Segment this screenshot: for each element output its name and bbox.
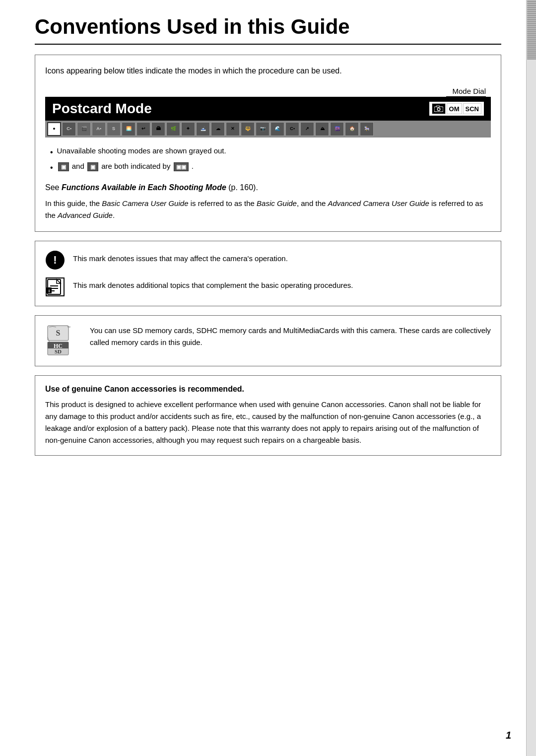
- inline-icon-3: ▣▣: [174, 162, 189, 171]
- canon-title: Use of genuine Canon accessories is reco…: [45, 385, 491, 394]
- bullet-item-2: • ▣ and ▣ are both indicated by ▣▣ .: [50, 161, 491, 174]
- warning-icon-container: !: [45, 250, 65, 270]
- svg-text:™: ™: [67, 326, 70, 329]
- strip-icon-8: 🏔: [151, 122, 165, 136]
- see-label: See: [45, 183, 62, 192]
- functions-title: Functions Available in Each Shooting Mod…: [62, 183, 226, 192]
- svg-text:i: i: [49, 288, 50, 293]
- svg-point-2: [438, 108, 440, 110]
- page-number: 1: [506, 730, 511, 741]
- strip-icon-3: 🎬: [77, 122, 91, 136]
- marks-box: ! This mark denotes issues that may affe…: [35, 241, 501, 306]
- strip-icon-14: 🔱: [241, 122, 255, 136]
- sd-logo: S ™ HC SD: [45, 325, 80, 357]
- strip-icon-21: 🏠: [345, 122, 359, 136]
- strip-icon-22: 🎠: [360, 122, 374, 136]
- warning-icon: !: [46, 251, 65, 270]
- basic-guide-ref-1: Basic Camera User Guide: [102, 199, 188, 207]
- strip-icon-12: ☁: [211, 122, 225, 136]
- om-mode-icon: OM: [447, 103, 462, 114]
- page-ref: (p. 160).: [226, 183, 258, 192]
- warning-mark-row: ! This mark denotes issues that may affe…: [45, 250, 491, 270]
- strip-icon-17: C▪: [285, 122, 299, 136]
- strip-icon-19: ⛰: [315, 122, 329, 136]
- warning-mark-text: This mark denotes issues that may affect…: [73, 250, 288, 265]
- canon-box: Use of genuine Canon accessories is reco…: [35, 375, 501, 456]
- intro-text: Icons appearing below titles indicate th…: [45, 65, 491, 77]
- strip-icon-16: 🌊: [270, 122, 284, 136]
- see-functions-text: See Functions Available in Each Shooting…: [45, 182, 491, 194]
- strip-icon-7: ↩: [136, 122, 150, 136]
- canon-body: This product is designed to achieve exce…: [45, 399, 491, 446]
- indicated-text: are both indicated by: [101, 162, 172, 170]
- icon-strip: ● C▪ 🎬 A▪ S 🌅 ↩ 🏔 🌿 ✦ 🗻 ☁ ✕ 🔱 📷 🌊 C▪ ↗ ⛰…: [45, 121, 491, 137]
- scrollbar-thumb[interactable]: [527, 0, 536, 60]
- strip-icon-15: 📷: [256, 122, 269, 136]
- strip-icon-10: ✦: [181, 122, 195, 136]
- strip-icon-4: A▪: [92, 122, 106, 136]
- svg-text:S: S: [56, 329, 61, 337]
- strip-icon-18: ↗: [300, 122, 314, 136]
- advanced-guide-ref-2: Advanced Guide: [58, 211, 113, 219]
- scn-mode-icon: SCN: [463, 103, 481, 114]
- inline-icon-1: ▣: [58, 162, 69, 171]
- strip-icon-5: S: [107, 122, 121, 136]
- info-mark-row: i This mark denotes additional topics th…: [45, 277, 491, 297]
- sd-text: You can use SD memory cards, SDHC memory…: [90, 325, 491, 348]
- info-icon: i: [46, 277, 65, 296]
- bullet-dot-2: •: [50, 162, 53, 174]
- strip-icon-11: 🗻: [196, 122, 210, 136]
- conventions-box: Icons appearing below titles indicate th…: [35, 55, 501, 232]
- scrollbar[interactable]: [526, 0, 536, 756]
- strip-icon-1: ●: [47, 122, 61, 136]
- advanced-guide-ref-1: Advanced Camera User Guide: [328, 199, 429, 207]
- mode-dial-label: Mode Dial: [45, 87, 486, 95]
- basic-guide-ref-2: Basic Guide: [257, 199, 297, 207]
- bullet-text-2: ▣ and ▣ are both indicated by ▣▣ .: [57, 161, 194, 172]
- bullet-list: • Unavailable shooting modes are shown g…: [45, 145, 491, 174]
- strip-icon-20: 🌆: [330, 122, 344, 136]
- camera-mode-icon: [432, 103, 446, 114]
- sd-card-box: S ™ HC SD You can use SD memory cards, S…: [35, 315, 501, 366]
- postcard-mode-bar: Postcard Mode OM SCN: [45, 97, 491, 121]
- guide-ref-text: In this guide, the Basic Camera User Gui…: [45, 198, 491, 221]
- inline-icon-2: ▣: [87, 162, 98, 171]
- strip-icon-6: 🌅: [122, 122, 135, 136]
- info-mark-text: This mark denotes additional topics that…: [73, 277, 353, 291]
- svg-rect-3: [437, 105, 439, 107]
- info-icon-container: i: [45, 277, 65, 297]
- and-text: and: [72, 162, 86, 170]
- bullet-dot-1: •: [50, 146, 53, 158]
- strip-icon-2: C▪: [62, 122, 76, 136]
- strip-icon-9: 🌿: [166, 122, 180, 136]
- svg-text:SD: SD: [55, 348, 62, 354]
- bullet-text-1: Unavailable shooting modes are shown gra…: [57, 145, 226, 157]
- postcard-mode-title: Postcard Mode: [52, 101, 152, 117]
- bullet-item-1: • Unavailable shooting modes are shown g…: [50, 145, 491, 158]
- strip-icon-13: ✕: [226, 122, 240, 136]
- mode-icons-right: OM SCN: [429, 102, 484, 116]
- page-title: Conventions Used in this Guide: [35, 15, 501, 45]
